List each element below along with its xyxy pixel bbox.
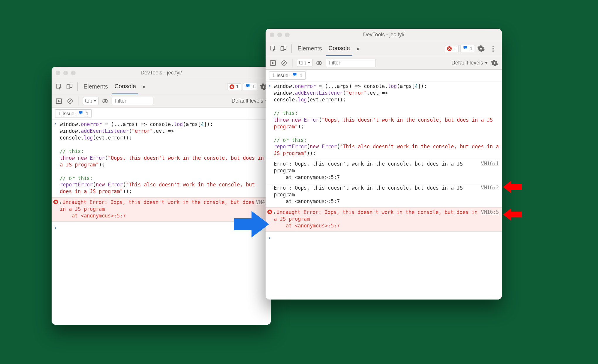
window-title: DevTools - jec.fyi/	[266, 32, 502, 38]
context-select[interactable]: top	[83, 97, 98, 105]
issue-icon	[463, 45, 468, 52]
red-arrow-annotation	[503, 181, 522, 193]
filter-input[interactable]	[112, 97, 153, 105]
more-tabs[interactable]: »	[354, 45, 362, 52]
expand-icon[interactable]: ▶	[274, 210, 276, 215]
issue-pill[interactable]: 1 Issue: 1	[269, 71, 306, 80]
settings-icon[interactable]	[477, 44, 485, 53]
traffic-lights[interactable]	[52, 71, 76, 75]
divider	[77, 82, 78, 91]
console-input-row[interactable]: › window.onerror = (...args) => console.…	[52, 120, 271, 197]
console-settings-icon[interactable]	[490, 59, 499, 67]
main-toolbar: Elements Console » 1 1	[52, 79, 271, 94]
red-arrow-annotation	[503, 208, 522, 221]
svg-rect-2	[70, 84, 72, 88]
toggle-sidebar-icon[interactable]	[55, 97, 63, 106]
svg-point-8	[104, 100, 106, 102]
minimize-dot[interactable]	[277, 33, 282, 37]
device-toggle-icon[interactable]	[279, 44, 288, 53]
source-link[interactable]: VM16:1	[481, 159, 502, 166]
svg-line-6	[69, 100, 72, 103]
devtools-window-before: DevTools - jec.fyi/ Elements Console » 1…	[52, 67, 271, 325]
minimize-dot[interactable]	[63, 71, 68, 75]
chevron-down-icon	[485, 62, 488, 64]
toggle-sidebar-icon[interactable]	[269, 59, 277, 67]
devtools-window-after: DevTools - jec.fyi/ Elements Console » 1…	[266, 29, 502, 300]
tab-console[interactable]: Console	[112, 79, 138, 94]
svg-marker-18	[234, 211, 269, 237]
svg-marker-13	[272, 62, 274, 64]
zoom-dot[interactable]	[71, 71, 76, 75]
live-expression-icon[interactable]	[315, 59, 324, 67]
error-message: Uncaught Error: Oops, this doesn't work …	[274, 209, 480, 229]
traffic-lights[interactable]	[266, 33, 290, 37]
console-error-row[interactable]: ▶Uncaught Error: Oops, this doesn't work…	[266, 207, 502, 232]
log-levels-select[interactable]: Default levels	[232, 98, 268, 104]
chevron-down-icon	[308, 62, 310, 64]
svg-marker-20	[503, 208, 522, 221]
window-titlebar[interactable]: DevTools - jec.fyi/	[52, 67, 271, 79]
svg-point-17	[318, 62, 320, 64]
console-code: window.onerror = (...args) => console.lo…	[60, 120, 271, 197]
console-code: window.onerror = (...args) => console.lo…	[274, 81, 502, 159]
svg-marker-4	[58, 100, 60, 102]
zoom-dot[interactable]	[285, 33, 290, 37]
svg-line-15	[283, 62, 286, 64]
issue-bar: 1 Issue: 1	[52, 108, 271, 120]
issue-badge[interactable]: 1	[243, 83, 257, 90]
tab-elements[interactable]: Elements	[81, 79, 110, 94]
divider	[79, 97, 79, 106]
issue-icon	[292, 72, 298, 79]
window-titlebar[interactable]: DevTools - jec.fyi/	[266, 29, 502, 41]
svg-rect-10	[281, 47, 284, 51]
divider	[293, 59, 293, 67]
issue-pill[interactable]: 1 Issue: 1	[55, 109, 92, 118]
svg-rect-11	[284, 46, 286, 50]
console-prompt[interactable]: ›	[266, 232, 502, 244]
source-link[interactable]: VM16:5	[481, 207, 502, 215]
tab-elements[interactable]: Elements	[295, 41, 324, 56]
svg-marker-19	[503, 181, 522, 193]
console-log-row[interactable]: Error: Oops, this doesn't work in the co…	[266, 159, 502, 183]
filter-input[interactable]	[326, 59, 376, 67]
inspect-icon[interactable]	[269, 44, 277, 53]
issue-badge[interactable]: 1	[461, 45, 475, 52]
more-menu-icon[interactable]: ⋮	[487, 45, 499, 53]
live-expression-icon[interactable]	[101, 97, 110, 106]
inspect-icon[interactable]	[55, 82, 63, 91]
console-filterbar: top Default levels	[52, 94, 271, 108]
close-dot[interactable]	[56, 71, 60, 75]
tab-console[interactable]: Console	[326, 41, 352, 56]
window-title: DevTools - jec.fyi/	[52, 70, 271, 76]
console-input-row[interactable]: › window.onerror = (...args) => console.…	[266, 81, 502, 159]
clear-console-icon[interactable]	[280, 59, 288, 67]
main-toolbar: Elements Console » 1 1 ⋮	[266, 41, 502, 56]
issue-bar: 1 Issue: 1	[266, 70, 502, 81]
console-filterbar: top Default levels	[266, 56, 502, 70]
log-message: Error: Oops, this doesn't work in the co…	[274, 159, 481, 183]
more-tabs[interactable]: »	[140, 83, 148, 90]
issue-icon	[78, 110, 84, 117]
device-toggle-icon[interactable]	[65, 82, 74, 91]
context-select[interactable]: top	[297, 59, 312, 67]
chevron-down-icon	[94, 100, 96, 102]
log-levels-select[interactable]: Default levels	[451, 60, 488, 66]
error-icon	[447, 46, 452, 51]
blue-arrow-annotation	[234, 211, 269, 237]
error-message: Uncaught Error: Oops, this doesn't work …	[60, 199, 258, 219]
log-message: Error: Oops, this doesn't work in the co…	[274, 183, 481, 207]
error-icon	[53, 200, 58, 204]
console-log-row[interactable]: Error: Oops, this doesn't work in the co…	[266, 183, 502, 207]
svg-rect-1	[67, 85, 70, 89]
error-badge[interactable]: 1	[445, 45, 458, 52]
source-link[interactable]: VM16:2	[481, 183, 502, 190]
divider	[291, 44, 292, 53]
expand-icon[interactable]: ▶	[60, 200, 62, 205]
console-body: › window.onerror = (...args) => console.…	[266, 81, 502, 300]
clear-console-icon[interactable]	[66, 97, 74, 106]
close-dot[interactable]	[270, 33, 274, 37]
issue-icon	[245, 84, 251, 90]
error-icon	[230, 84, 234, 89]
error-badge[interactable]: 1	[227, 83, 241, 90]
